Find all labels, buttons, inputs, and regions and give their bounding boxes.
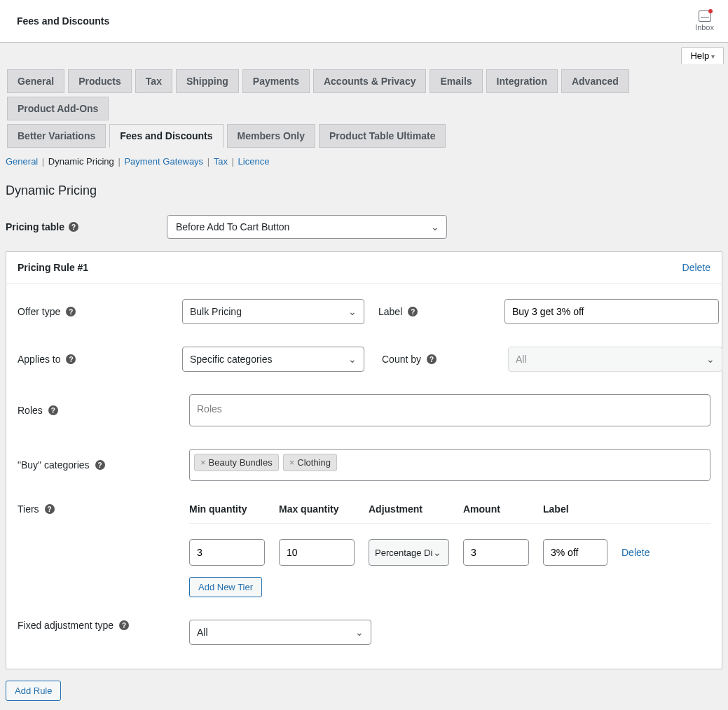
chevron-down-icon: ⌄: [433, 547, 441, 558]
pricing-table-label: Pricing table: [6, 221, 64, 232]
tab-payments[interactable]: Payments: [242, 69, 310, 93]
buy-categories-input[interactable]: × Beauty Bundles× Clothing: [189, 449, 710, 481]
delete-rule-link[interactable]: Delete: [682, 262, 710, 273]
subtab-dynamic-pricing: Dynamic Pricing: [48, 156, 114, 167]
help-icon[interactable]: ?: [66, 307, 76, 316]
help-icon[interactable]: ?: [66, 354, 76, 364]
roles-input[interactable]: Roles: [189, 394, 710, 426]
fixed-adjustment-select[interactable]: All ⌄: [189, 620, 371, 645]
help-icon[interactable]: ?: [95, 460, 105, 470]
tab-advanced[interactable]: Advanced: [561, 69, 629, 93]
fixed-adjustment-label: Fixed adjustment type: [18, 620, 114, 631]
help-icon[interactable]: ?: [119, 620, 129, 630]
offer-type-label: Offer type: [18, 306, 60, 317]
roles-label: Roles: [18, 405, 43, 416]
help-icon[interactable]: ?: [427, 354, 437, 364]
tier-label-input[interactable]: [543, 539, 607, 566]
tab-integration[interactable]: Integration: [486, 69, 558, 93]
applies-to-label: Applies to: [18, 354, 60, 365]
subtab-licence[interactable]: Licence: [238, 156, 270, 167]
applies-to-select[interactable]: Specific categories ⌄: [182, 347, 364, 372]
tab-product-table-ultimate[interactable]: Product Table Ultimate: [319, 124, 446, 148]
tab-members-only[interactable]: Members Only: [227, 124, 315, 148]
help-icon[interactable]: ?: [69, 222, 78, 232]
help-icon[interactable]: ?: [48, 405, 58, 415]
tier-max-input[interactable]: [279, 539, 355, 566]
chevron-down-icon: ⌄: [348, 354, 357, 365]
tier-header-min: Min quantity: [189, 503, 265, 515]
tab-general[interactable]: General: [7, 69, 64, 93]
tier-header-label: Label: [543, 503, 607, 515]
tier-amount-input[interactable]: [463, 539, 529, 566]
tab-emails[interactable]: Emails: [430, 69, 482, 93]
count-by-label: Count by: [382, 354, 421, 365]
tier-min-input[interactable]: [189, 539, 265, 566]
offer-type-select[interactable]: Bulk Pricing ⌄: [182, 299, 364, 324]
tier-header-amt: Amount: [463, 503, 529, 515]
pricing-table-select[interactable]: Before Add To Cart Button ⌄: [167, 215, 447, 239]
count-by-select: All ⌄: [508, 347, 722, 372]
tier-header-adj: Adjustment: [369, 503, 449, 515]
category-tag: × Clothing: [283, 454, 337, 471]
tab-accounts-privacy[interactable]: Accounts & Privacy: [313, 69, 427, 93]
label-input[interactable]: [504, 299, 719, 324]
chevron-down-icon: ⌄: [348, 306, 357, 317]
tab-fees-and-discounts[interactable]: Fees and Discounts: [109, 124, 223, 148]
help-icon[interactable]: ?: [408, 307, 418, 316]
tab-products[interactable]: Products: [68, 69, 132, 93]
delete-tier-link[interactable]: Delete: [621, 547, 657, 558]
tier-adjustment-select[interactable]: Percentage Di⌄: [369, 539, 449, 566]
subtab-tax[interactable]: Tax: [214, 156, 228, 167]
tab-product-add-ons[interactable]: Product Add-Ons: [7, 97, 109, 120]
subtab-payment-gateways[interactable]: Payment Gateways: [124, 156, 203, 167]
help-icon[interactable]: ?: [45, 504, 55, 514]
tab-tax[interactable]: Tax: [135, 69, 172, 93]
add-tier-button[interactable]: Add New Tier: [189, 577, 262, 597]
category-tag: × Beauty Bundles: [194, 454, 279, 471]
inbox-icon: [699, 11, 711, 22]
tab-better-variations[interactable]: Better Variations: [7, 124, 106, 148]
rule-title: Pricing Rule #1: [18, 262, 88, 273]
tier-header-max: Max quantity: [279, 503, 355, 515]
tiers-label: Tiers: [18, 503, 39, 515]
inbox-label: Inbox: [695, 23, 714, 32]
chevron-down-icon: ⌄: [355, 627, 364, 638]
label-label: Label: [378, 306, 402, 317]
chevron-down-icon: ⌄: [431, 221, 439, 232]
tier-row: Percentage Di⌄Delete: [189, 539, 710, 566]
chevron-down-icon: ⌄: [706, 354, 715, 365]
subtab-general[interactable]: General: [6, 156, 38, 167]
help-toggle[interactable]: Help: [681, 47, 724, 64]
buy-categories-label: "Buy" categories: [18, 459, 90, 471]
remove-tag-icon[interactable]: ×: [200, 457, 206, 468]
inbox-button[interactable]: Inbox: [695, 11, 714, 32]
add-rule-button[interactable]: Add Rule: [6, 681, 61, 701]
tab-shipping[interactable]: Shipping: [176, 69, 239, 93]
page-title: Fees and Discounts: [17, 15, 109, 27]
remove-tag-icon[interactable]: ×: [289, 457, 295, 468]
section-title: Dynamic Pricing: [0, 167, 728, 209]
